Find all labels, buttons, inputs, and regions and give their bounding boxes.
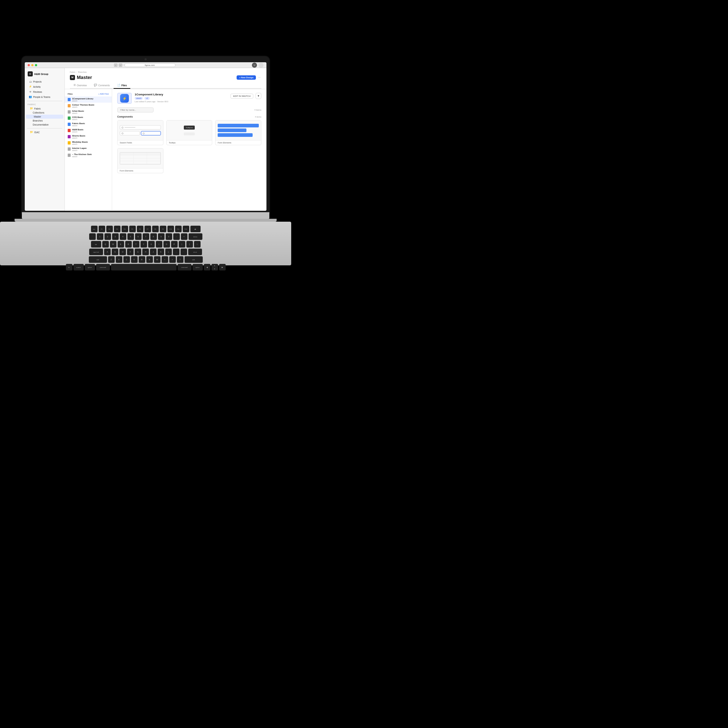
key-f3[interactable]: F3 bbox=[114, 226, 121, 232]
key-v[interactable]: V bbox=[131, 256, 138, 263]
key-t[interactable]: T bbox=[133, 241, 139, 248]
component-card-search[interactable]: Search Fields bbox=[117, 120, 164, 145]
key-n[interactable]: N bbox=[146, 256, 153, 263]
key-4[interactable]: 4 bbox=[120, 233, 126, 240]
key-return[interactable]: return bbox=[188, 249, 202, 255]
key-2[interactable]: 2 bbox=[104, 233, 111, 240]
file-item-shorts[interactable]: Shorts Basic sketch bbox=[65, 134, 112, 140]
notification-icon[interactable] bbox=[258, 63, 263, 68]
tab-files[interactable]: 📄 Files bbox=[113, 82, 131, 89]
key-f2[interactable]: F2 bbox=[106, 226, 113, 232]
key-x[interactable]: X bbox=[116, 256, 122, 263]
key-arrow-updown[interactable]: ▲ ▼ bbox=[211, 264, 218, 271]
sidebar-item-master[interactable]: Master bbox=[26, 115, 63, 119]
key-f8[interactable]: F8 bbox=[152, 226, 159, 232]
key-esc[interactable]: esc bbox=[91, 226, 98, 232]
key-g[interactable]: G bbox=[135, 249, 141, 255]
add-file-button[interactable]: + ADD FILE bbox=[98, 93, 109, 95]
sidebar-item-isac[interactable]: 📁 ISAC bbox=[25, 130, 64, 134]
file-item-fabric-basic[interactable]: Fabric Basic sketch bbox=[65, 121, 112, 127]
key-w[interactable]: W bbox=[110, 241, 116, 248]
key-quote[interactable]: ' bbox=[180, 249, 187, 255]
component-card-form[interactable]: Form Elements bbox=[215, 120, 262, 145]
key-q[interactable]: Q bbox=[102, 241, 109, 248]
key-minus[interactable]: - bbox=[173, 233, 180, 240]
key-l[interactable]: L bbox=[165, 249, 172, 255]
new-design-button[interactable]: + New Design bbox=[237, 75, 256, 80]
key-control[interactable]: control bbox=[73, 264, 84, 271]
sidebar-item-projects[interactable]: 🗂 Projects bbox=[26, 79, 63, 84]
forward-button[interactable]: › bbox=[119, 63, 122, 67]
key-z[interactable]: Z bbox=[108, 256, 115, 263]
file-item-component-library[interactable]: 1Component Library sketch bbox=[65, 96, 112, 102]
key-f4[interactable]: F4 bbox=[122, 226, 128, 232]
key-capslock[interactable]: caps lock bbox=[89, 249, 103, 255]
key-k[interactable]: K bbox=[158, 249, 164, 255]
key-space[interactable] bbox=[111, 264, 177, 271]
key-y[interactable]: Y bbox=[141, 241, 147, 248]
user-avatar[interactable]: U bbox=[252, 63, 257, 68]
edit-in-sketch-button[interactable]: EDIT IN SKETCH bbox=[230, 93, 253, 99]
key-f9[interactable]: F9 bbox=[160, 226, 166, 232]
sidebar-item-activity[interactable]: ⚡ Activity bbox=[26, 84, 63, 89]
key-f1[interactable]: F1 bbox=[99, 226, 105, 232]
maximize-button[interactable] bbox=[35, 64, 37, 66]
key-shift-right[interactable]: shift bbox=[185, 256, 203, 263]
minimize-button[interactable] bbox=[31, 64, 34, 66]
key-7[interactable]: 7 bbox=[143, 233, 149, 240]
key-option-left[interactable]: option bbox=[85, 264, 95, 271]
close-button[interactable] bbox=[28, 64, 30, 66]
org-header[interactable]: H H&M Group bbox=[25, 70, 64, 78]
sidebar-item-people[interactable]: 👥 People & Teams bbox=[26, 94, 63, 99]
key-arrow-right[interactable]: ▶ bbox=[219, 264, 226, 271]
file-item-hm[interactable]: H&M Basic sketch bbox=[65, 127, 112, 134]
more-menu-button[interactable]: ··· bbox=[257, 75, 262, 80]
key-delete[interactable]: delete bbox=[188, 233, 202, 240]
key-period[interactable]: > bbox=[169, 256, 176, 263]
tab-comments[interactable]: 💬 Comments bbox=[90, 82, 113, 89]
tab-overview[interactable]: ☰ Overview bbox=[70, 82, 90, 89]
key-r[interactable]: R bbox=[125, 241, 132, 248]
key-0[interactable]: 0 bbox=[166, 233, 172, 240]
file-item-cos[interactable]: COS Basic sketch bbox=[65, 115, 112, 121]
key-f5[interactable]: F5 bbox=[129, 226, 136, 232]
key-f6[interactable]: F6 bbox=[137, 226, 144, 232]
key-u[interactable]: U bbox=[148, 241, 155, 248]
key-backtick[interactable]: ` bbox=[89, 233, 96, 240]
file-item-arket[interactable]: Arket Basic sketch bbox=[65, 109, 112, 115]
key-slash[interactable]: ? bbox=[177, 256, 184, 263]
key-h[interactable]: H bbox=[142, 249, 149, 255]
sidebar-item-reviews[interactable]: 👁 Reviews bbox=[26, 89, 63, 94]
key-f[interactable]: F bbox=[127, 249, 134, 255]
key-equals[interactable]: = bbox=[181, 233, 187, 240]
key-a[interactable]: A bbox=[104, 249, 111, 255]
key-j[interactable]: J bbox=[150, 249, 156, 255]
file-item-kitchen-sink[interactable]: ~ The Kitchen Sink sketch bbox=[65, 152, 112, 158]
back-button[interactable]: ‹ bbox=[114, 63, 118, 67]
key-c[interactable]: C bbox=[123, 256, 130, 263]
key-b[interactable]: B bbox=[139, 256, 145, 263]
key-p[interactable]: P bbox=[171, 241, 177, 248]
component-card-form2[interactable]: Form Elements bbox=[117, 148, 164, 173]
component-card-tooltips[interactable]: Tooltip text Tooltips bbox=[166, 120, 213, 145]
key-5[interactable]: 5 bbox=[127, 233, 134, 240]
key-3[interactable]: 3 bbox=[112, 233, 119, 240]
key-6[interactable]: 6 bbox=[135, 233, 142, 240]
key-command-left[interactable]: command bbox=[96, 264, 110, 271]
key-lbracket[interactable]: [ bbox=[179, 241, 185, 248]
sidebar-item-documentation[interactable]: Documentation bbox=[25, 123, 64, 127]
key-option-right[interactable]: option bbox=[193, 264, 203, 271]
key-tab[interactable]: tab bbox=[91, 241, 101, 248]
file-item-interior[interactable]: Interior Lagan sketch bbox=[65, 146, 112, 152]
key-o[interactable]: O bbox=[164, 241, 170, 248]
sidebar-item-fabric[interactable]: 📁 Fabric bbox=[25, 106, 64, 111]
key-f11[interactable]: F11 bbox=[175, 226, 182, 232]
key-power[interactable]: ⏏ bbox=[190, 226, 200, 232]
key-fn[interactable]: fn bbox=[66, 264, 72, 271]
key-rbracket[interactable]: ] bbox=[187, 241, 193, 248]
key-m[interactable]: M bbox=[154, 256, 161, 263]
address-bar[interactable]: figma.com bbox=[124, 63, 176, 67]
sidebar-item-branches[interactable]: Branches bbox=[25, 119, 64, 123]
key-shift-left[interactable]: shift bbox=[89, 256, 107, 263]
key-1[interactable]: 1 bbox=[97, 233, 103, 240]
